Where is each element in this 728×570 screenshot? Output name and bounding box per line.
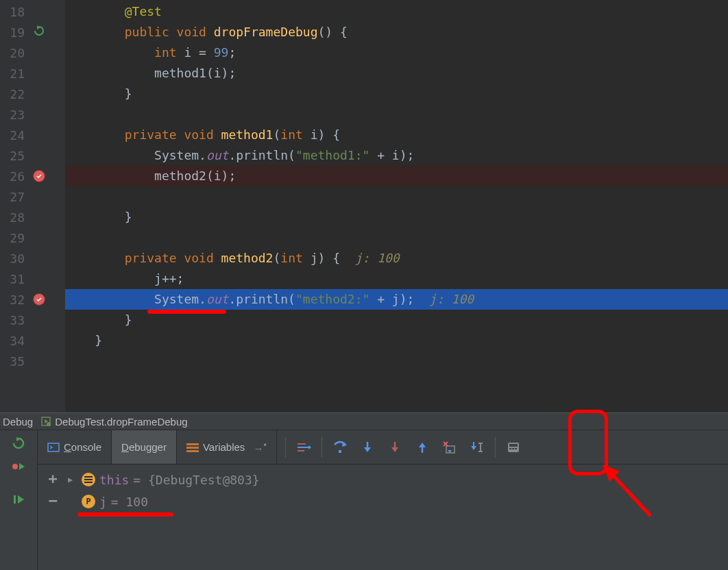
variable-row[interactable]: ▶this= {DebugTest@803} — [68, 469, 728, 491]
code-line[interactable]: System.out.println("method1:" + i); — [65, 145, 728, 166]
annotation-underline-var — [77, 512, 173, 517]
drop-frame-button[interactable] — [437, 435, 462, 460]
variable-value: = {DebugTest@803} — [133, 473, 259, 487]
line-number: 34 — [0, 334, 27, 348]
gutter-line[interactable]: 34 — [0, 330, 65, 351]
svg-rect-43 — [84, 482, 93, 483]
svg-rect-14 — [298, 447, 308, 448]
code-line[interactable]: } — [65, 310, 728, 330]
variable-row[interactable]: Pj= 100 — [68, 491, 728, 512]
run-to-cursor-button[interactable] — [465, 435, 489, 460]
line-number: 22 — [0, 87, 27, 101]
svg-rect-9 — [48, 443, 59, 451]
svg-marker-8 — [18, 495, 24, 504]
resume-program-button[interactable] — [9, 489, 28, 510]
code-line[interactable]: } — [65, 207, 728, 227]
gutter-line[interactable]: 22 — [0, 84, 65, 104]
variable-name: j — [99, 495, 107, 509]
gutter-line[interactable]: 31 — [0, 269, 65, 289]
evaluate-expression-button[interactable] — [501, 435, 526, 460]
variable-name: this — [99, 473, 129, 487]
run-gutter-icon[interactable] — [33, 25, 45, 40]
gutter-line[interactable]: 20 — [0, 42, 65, 63]
svg-rect-38 — [515, 448, 517, 449]
line-number: 33 — [0, 313, 27, 327]
gutter-line[interactable]: 21 — [0, 63, 65, 84]
code-line[interactable]: int i = 99; — [65, 42, 728, 63]
code-line[interactable]: public void dropFrameDebug() { — [65, 22, 728, 42]
add-watch-button[interactable]: + — [45, 470, 61, 486]
line-number: 21 — [0, 66, 27, 81]
svg-rect-12 — [186, 450, 199, 452]
svg-rect-13 — [298, 443, 306, 445]
gutter-line[interactable]: 32 — [0, 289, 65, 310]
code-line[interactable]: @Test — [65, 1, 728, 22]
breakpoint-icon[interactable] — [33, 293, 45, 306]
gutter-line[interactable]: 25 — [0, 145, 65, 166]
gutter-line[interactable]: 29 — [0, 227, 65, 248]
force-step-into-button[interactable] — [383, 435, 407, 460]
tree-toggle-icon[interactable]: ▶ — [68, 475, 77, 484]
svg-marker-16 — [308, 445, 311, 449]
variables-content[interactable]: ▶this= {DebugTest@803}Pj= 100 — [68, 464, 728, 570]
remove-watch-button[interactable]: − — [45, 492, 61, 508]
run-config-icon — [40, 415, 52, 428]
variables-icon — [186, 443, 199, 452]
svg-marker-24 — [419, 443, 426, 447]
step-out-button[interactable] — [410, 435, 435, 460]
field-badge-icon — [82, 473, 95, 486]
code-line[interactable]: } — [65, 84, 728, 104]
svg-rect-10 — [186, 443, 199, 445]
gutter-line[interactable]: 18 — [0, 1, 65, 22]
gutter-line[interactable]: 30 — [0, 248, 65, 269]
svg-rect-11 — [186, 447, 199, 449]
svg-marker-30 — [471, 446, 476, 450]
gutter-line[interactable]: 19 — [0, 22, 65, 42]
code-line[interactable] — [65, 186, 728, 207]
code-line[interactable] — [65, 351, 728, 371]
svg-marker-17 — [342, 442, 347, 447]
variables-gutter: + − — [38, 464, 68, 570]
code-line[interactable]: method1(i); — [65, 63, 728, 84]
svg-rect-36 — [509, 448, 511, 449]
tab-debugger[interactable]: Debugger — [112, 430, 177, 464]
gutter-line[interactable]: 24 — [0, 125, 65, 145]
svg-rect-42 — [84, 479, 93, 480]
line-number: 29 — [0, 231, 27, 245]
tab-pin-icon: →• — [253, 441, 266, 454]
debug-left-toolbar — [0, 430, 38, 570]
code-line[interactable]: j++; — [65, 269, 728, 289]
code-line[interactable]: } — [65, 330, 728, 351]
debug-tool-window-title: Debug DebugTest.dropFrameDebug — [0, 412, 728, 430]
step-over-button[interactable] — [328, 435, 352, 460]
code-line[interactable] — [65, 227, 728, 248]
code-line[interactable] — [65, 104, 728, 125]
line-number: 20 — [0, 46, 27, 60]
code-line[interactable]: private void method2(int j) { j: 100 — [65, 248, 728, 269]
line-number: 31 — [0, 272, 27, 286]
tab-variables[interactable]: Variables →• — [177, 430, 277, 464]
breakpoint-icon[interactable] — [33, 170, 45, 182]
svg-point-5 — [12, 464, 18, 469]
gutter-line[interactable]: 23 — [0, 104, 65, 125]
editor-gutter[interactable]: 181920212223242526272829303132333435 — [0, 0, 65, 412]
code-line[interactable]: method2(i); — [65, 166, 728, 186]
param-badge-icon: P — [82, 495, 95, 508]
code-area[interactable]: @Test public void dropFrameDebug() { int… — [65, 0, 728, 412]
gutter-line[interactable]: 33 — [0, 310, 65, 330]
show-execution-point-button[interactable] — [291, 435, 316, 460]
code-line[interactable]: System.out.println("method2:" + j); j: 1… — [65, 289, 728, 310]
line-number: 30 — [0, 251, 27, 266]
gutter-line[interactable]: 27 — [0, 186, 65, 207]
resume-button[interactable] — [9, 456, 28, 477]
line-number: 19 — [0, 25, 27, 40]
tab-console[interactable]: Console — [38, 430, 112, 464]
svg-marker-6 — [19, 463, 25, 470]
gutter-line[interactable]: 35 — [0, 351, 65, 371]
gutter-line[interactable]: 26 — [0, 166, 65, 186]
code-line[interactable]: private void method1(int i) { — [65, 125, 728, 145]
rerun-button[interactable] — [9, 433, 28, 454]
svg-rect-41 — [84, 476, 93, 478]
gutter-line[interactable]: 28 — [0, 207, 65, 227]
step-into-button[interactable] — [355, 435, 380, 460]
